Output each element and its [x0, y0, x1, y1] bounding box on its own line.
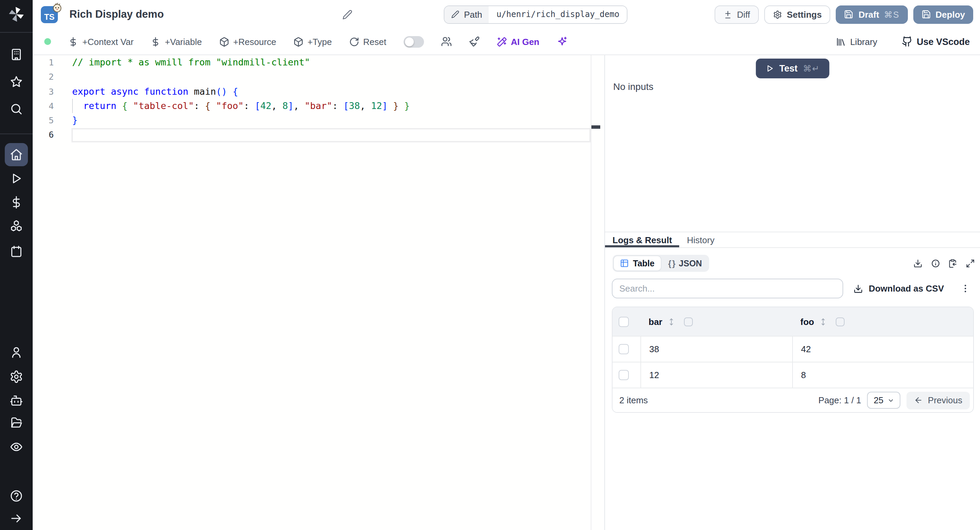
top-bar: TS Rich Display demo Path u/henri/rich_d…: [33, 0, 980, 29]
sidebar-item-search-icon[interactable]: [10, 102, 23, 116]
info-icon[interactable]: [931, 259, 940, 268]
settings-button[interactable]: Settings: [764, 5, 830, 24]
tab-logs-result[interactable]: Logs & Result: [605, 232, 679, 247]
main-area: TS Rich Display demo Path u/henri/rich_d…: [33, 0, 980, 530]
table-cell: 38: [640, 337, 792, 362]
sort-icon[interactable]: [819, 317, 827, 326]
column-filter-checkbox[interactable]: [684, 317, 693, 326]
line-number: 5: [33, 113, 72, 128]
run-area: Test ⌘↵ No inputs: [605, 55, 980, 231]
kebab-menu-icon[interactable]: [960, 283, 970, 294]
package-icon: [219, 37, 229, 47]
result-action-icons: [913, 259, 976, 268]
page-title: Rich Display demo: [69, 8, 164, 21]
select-all-checkbox[interactable]: [619, 316, 629, 327]
editor-toolbar: +Context Var +Variable +Resource +Type R…: [33, 29, 980, 55]
tab-history[interactable]: History: [679, 232, 722, 247]
sidebar-item-dollar-icon[interactable]: [10, 196, 23, 209]
code-line-3[interactable]: 3export async function main() {: [33, 84, 605, 99]
code-line-1[interactable]: 1// import * as wmill from "windmill-cli…: [33, 55, 605, 70]
path-value: u/henri/rich_display_demo: [489, 6, 627, 23]
search-input[interactable]: [612, 279, 843, 299]
test-run-button[interactable]: Test ⌘↵: [756, 59, 830, 78]
status-dot: [44, 38, 51, 45]
path-label: Path: [464, 9, 482, 19]
draft-shortcut: ⌘S: [884, 9, 900, 19]
sort-icon[interactable]: [667, 317, 676, 326]
sidebar-item-arrow-right-icon[interactable]: [10, 512, 23, 525]
sidebar-item-play-icon[interactable]: [10, 172, 23, 185]
table-cell: 42: [792, 337, 973, 362]
table-row: 3842: [612, 336, 973, 362]
sparkles-icon[interactable]: [556, 36, 567, 47]
sidebar-item-eye-icon[interactable]: [10, 440, 23, 454]
code-line-5[interactable]: 5}: [33, 113, 605, 128]
result-panel-body: Table { } JSON: [605, 248, 980, 530]
sidebar: [0, 0, 33, 530]
play-icon: [765, 64, 774, 73]
refresh-icon: [349, 37, 359, 47]
library-button[interactable]: Library: [836, 37, 877, 47]
download-icon[interactable]: [913, 259, 923, 268]
previous-page-button[interactable]: Previous: [907, 391, 970, 409]
line-number: 4: [33, 99, 72, 113]
code-line-4[interactable]: 4 return { "table-col": { "foo": [42, 8]…: [33, 99, 605, 113]
column-filter-checkbox[interactable]: [836, 317, 845, 326]
sidebar-item-boxes-icon[interactable]: [10, 219, 23, 233]
sidebar-item-building-icon[interactable]: [10, 48, 23, 61]
page-indicator: Page: 1 / 1: [818, 395, 861, 405]
deploy-button[interactable]: Deploy: [913, 5, 973, 24]
chevron-down-icon: [888, 397, 894, 404]
code-line-6[interactable]: 6: [33, 128, 605, 142]
line-number: 2: [33, 70, 72, 85]
code-text: }: [72, 113, 78, 128]
reset-button[interactable]: Reset: [349, 37, 386, 47]
sidebar-item-calendar-icon[interactable]: [10, 244, 23, 258]
paintbrush-format-icon[interactable]: [469, 36, 479, 47]
add-resource-button[interactable]: +Resource: [219, 37, 276, 47]
path-button[interactable]: Path u/henri/rich_display_demo: [443, 5, 627, 24]
add-variable-button[interactable]: +Variable: [151, 37, 202, 47]
diff-button[interactable]: Diff: [714, 5, 759, 24]
column-label: foo: [800, 316, 814, 327]
column-header-bar[interactable]: bar: [640, 316, 792, 327]
row-checkbox[interactable]: [619, 370, 629, 380]
view-toggle-table[interactable]: Table: [614, 256, 660, 270]
use-vscode-button[interactable]: Use VScode: [902, 36, 970, 47]
add-type-button[interactable]: +Type: [293, 37, 332, 47]
table-icon: [620, 259, 629, 268]
add-context-var-button[interactable]: +Context Var: [68, 37, 134, 47]
ai-gen-button[interactable]: AI Gen: [496, 37, 539, 47]
page-size-select[interactable]: 25: [867, 392, 901, 409]
column-header-foo[interactable]: foo: [792, 316, 973, 327]
code-line-2[interactable]: 2: [33, 70, 605, 85]
pencil-icon: [451, 10, 459, 18]
dollar-icon: [68, 37, 78, 47]
gear-icon: [773, 10, 782, 19]
download-csv-button[interactable]: Download as CSV: [854, 283, 944, 294]
code-text: [72, 70, 72, 85]
draft-button[interactable]: Draft ⌘S: [836, 5, 907, 24]
row-checkbox[interactable]: [619, 344, 629, 354]
sidebar-item-user-icon[interactable]: [10, 345, 23, 359]
edit-title-pencil-icon[interactable]: [342, 9, 352, 19]
sidebar-item-bot-icon[interactable]: [10, 394, 23, 407]
table-cell: 12: [640, 362, 792, 388]
multiplayer-toggle[interactable]: [403, 36, 424, 47]
users-icon[interactable]: [441, 36, 452, 47]
clipboard-copy-icon[interactable]: [948, 259, 957, 268]
sidebar-item-help-icon[interactable]: [10, 489, 23, 503]
result-table: barfoo 3842128 2 items Page: 1 / 1 25: [612, 307, 974, 413]
code-editor[interactable]: 1// import * as wmill from "windmill-cli…: [33, 55, 605, 530]
sidebar-item-home-icon[interactable]: [10, 148, 23, 161]
view-toggle-json[interactable]: { } JSON: [662, 256, 708, 270]
expand-icon[interactable]: [966, 259, 975, 268]
sidebar-item-settings-icon[interactable]: [10, 370, 23, 383]
diff-icon: [724, 10, 732, 19]
sidebar-item-folder-open-icon[interactable]: [10, 416, 23, 430]
view-toggle: Table { } JSON: [612, 255, 710, 272]
braces-icon: { }: [668, 259, 675, 268]
windmill-logo-icon[interactable]: [8, 5, 25, 23]
package-icon: [293, 37, 304, 47]
sidebar-item-star-icon[interactable]: [10, 75, 23, 89]
